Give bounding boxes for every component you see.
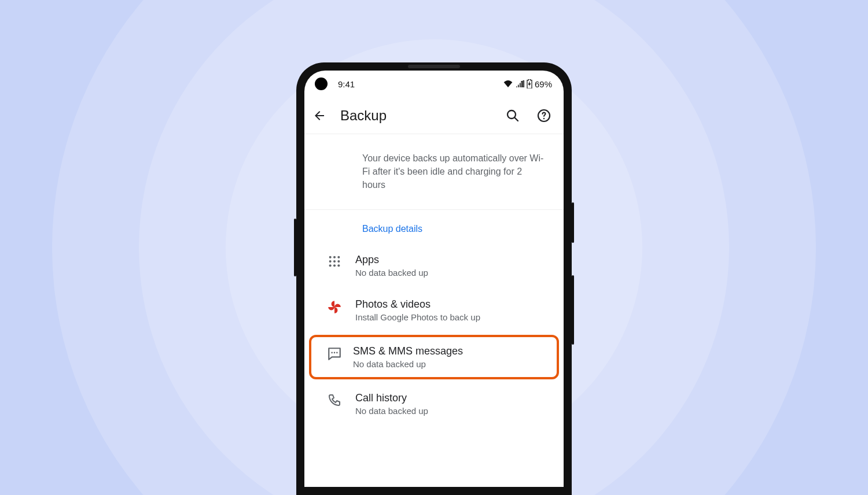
battery-icon bbox=[527, 79, 532, 88]
back-button[interactable] bbox=[311, 108, 328, 124]
side-button-right-1 bbox=[572, 202, 574, 243]
svg-point-10 bbox=[329, 264, 332, 267]
svg-point-6 bbox=[337, 256, 340, 258]
appbar: Backup bbox=[304, 97, 564, 134]
photos-subtitle: Install Google Photos to back up bbox=[355, 312, 480, 322]
info-block: Your device backs up automatically over … bbox=[304, 134, 564, 210]
side-button-right-2 bbox=[572, 275, 574, 345]
svg-point-8 bbox=[333, 260, 336, 263]
phone-icon bbox=[316, 392, 353, 407]
help-icon bbox=[537, 109, 551, 123]
earpiece bbox=[408, 65, 460, 68]
statusbar: 9:41 69% bbox=[304, 71, 564, 97]
info-text: Your device backs up automatically over … bbox=[362, 152, 546, 192]
side-button-left bbox=[294, 219, 296, 276]
calls-subtitle: No data backed up bbox=[355, 406, 428, 416]
screen: 9:41 69% Backup bbox=[304, 71, 564, 487]
backup-item-apps[interactable]: Apps No data backed up bbox=[304, 243, 564, 288]
svg-point-14 bbox=[334, 352, 336, 353]
svg-line-1 bbox=[514, 117, 518, 121]
backup-item-photos[interactable]: Photos & videos Install Google Photos to… bbox=[304, 288, 564, 333]
svg-point-9 bbox=[337, 260, 340, 263]
photos-icon bbox=[316, 298, 353, 315]
phone-frame: 9:41 69% Backup bbox=[296, 62, 572, 495]
backup-item-calls[interactable]: Call history No data backed up bbox=[304, 382, 564, 426]
help-button[interactable] bbox=[536, 108, 552, 124]
calls-title: Call history bbox=[355, 392, 428, 404]
svg-point-12 bbox=[337, 264, 340, 267]
search-icon bbox=[506, 109, 520, 123]
apps-subtitle: No data backed up bbox=[355, 268, 428, 278]
backup-item-sms[interactable]: SMS & MMS messages No data backed up bbox=[309, 335, 559, 379]
page-title: Backup bbox=[340, 108, 387, 124]
arrow-left-icon bbox=[312, 109, 326, 123]
signal-icon bbox=[515, 80, 524, 87]
battery-percent: 69% bbox=[535, 79, 552, 89]
status-time: 9:41 bbox=[338, 79, 355, 89]
section-backup-details: Backup details bbox=[304, 210, 564, 243]
svg-point-13 bbox=[331, 352, 333, 353]
apps-icon bbox=[316, 254, 353, 268]
apps-title: Apps bbox=[355, 254, 428, 266]
svg-point-15 bbox=[336, 352, 338, 353]
svg-point-7 bbox=[329, 260, 332, 263]
search-button[interactable] bbox=[505, 108, 521, 124]
front-camera bbox=[315, 77, 328, 90]
wifi-icon bbox=[503, 80, 513, 87]
sms-title: SMS & MMS messages bbox=[353, 345, 463, 357]
svg-point-3 bbox=[543, 117, 545, 119]
messages-icon bbox=[318, 345, 351, 361]
sms-subtitle: No data backed up bbox=[353, 359, 463, 369]
svg-point-11 bbox=[333, 264, 336, 267]
svg-point-5 bbox=[333, 256, 336, 258]
svg-point-4 bbox=[329, 256, 332, 258]
photos-title: Photos & videos bbox=[355, 298, 480, 311]
